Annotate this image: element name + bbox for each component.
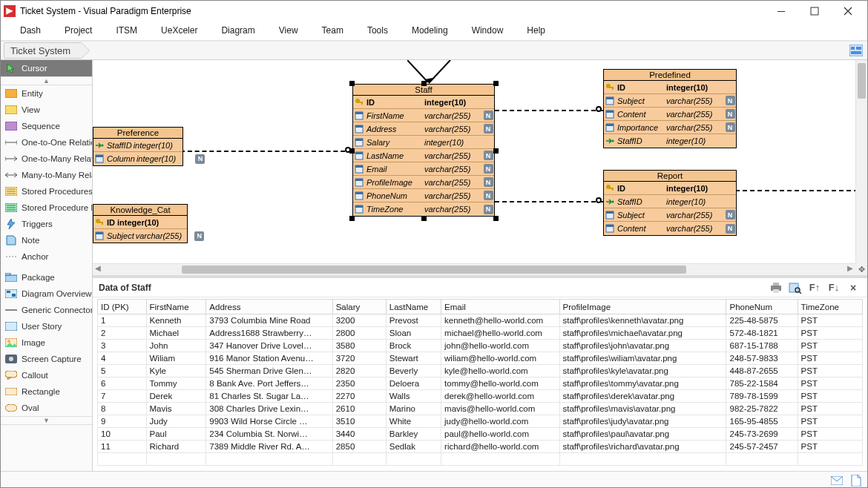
menu-uexceler[interactable]: UeXceler <box>149 22 209 39</box>
palette-image[interactable]: Image <box>1 334 92 351</box>
canvas-scrollbar-horizontal[interactable] <box>93 263 855 275</box>
menu-dash[interactable]: Dash <box>8 22 53 39</box>
menu-diagram[interactable]: Diagram <box>209 22 266 39</box>
menu-window[interactable]: Window <box>460 22 516 39</box>
diagram-canvas[interactable]: ✥ PreferenceStaffIDinteger(10)Columninte… <box>93 60 867 275</box>
palette-userstory[interactable]: User Story <box>1 318 92 334</box>
canvas-resize-grip[interactable]: ✥ <box>855 263 867 275</box>
col-addr[interactable]: Address <box>206 300 332 314</box>
entity-column[interactable]: IDinteger(10) <box>604 81 736 94</box>
entity-column[interactable]: Contentvarchar(255)N <box>604 222 736 235</box>
entity-column[interactable]: Salaryinteger(10) <box>353 136 494 149</box>
table-row[interactable]: 5Kyle545 Sherman Drive Glen…2820Beverlyk… <box>98 365 863 377</box>
entity-column[interactable]: StaffIDinteger(10) <box>604 134 736 148</box>
col-tz[interactable]: TimeZone <box>798 300 862 314</box>
menu-help[interactable]: Help <box>515 22 557 39</box>
entity-column[interactable]: Emailvarchar(255)N <box>353 162 494 176</box>
col-first[interactable]: FirstName <box>146 300 206 314</box>
table-row[interactable]: 6Tommy8 Bank Ave. Port Jeffers…2350Deloe… <box>98 377 863 390</box>
menu-team[interactable]: Team <box>310 22 355 39</box>
entity-report[interactable]: ReportIDinteger(10)StaffIDinteger(10)Sub… <box>603 170 737 236</box>
menu-modeling[interactable]: Modeling <box>400 22 460 39</box>
mail-icon[interactable] <box>830 474 844 487</box>
palette-package[interactable]: Package <box>1 269 92 286</box>
document-icon[interactable] <box>849 474 863 487</box>
entity-column[interactable]: PhoneNumvarchar(255)N <box>353 189 494 202</box>
search-data-icon[interactable] <box>787 280 803 295</box>
menu-project[interactable]: Project <box>53 22 104 39</box>
palette-capture[interactable]: Screen Capture <box>1 351 92 367</box>
table-row[interactable]: 10Paul234 Columbia St. Norwi…3440Barkley… <box>98 428 863 441</box>
table-row[interactable]: 4Wiliam916 Manor Station Avenu…3720Stewa… <box>98 352 863 365</box>
table-row-empty[interactable] <box>98 453 863 466</box>
close-button[interactable] <box>831 1 864 21</box>
palette-callout[interactable]: Callout <box>1 367 92 383</box>
palette-view[interactable]: View <box>1 102 92 118</box>
entity-column[interactable]: FirstNamevarchar(255)N <box>353 109 494 122</box>
col-last[interactable]: LastName <box>386 300 441 314</box>
palette-genconn[interactable]: Generic Connector <box>1 302 92 318</box>
minimize-button[interactable] <box>764 1 798 21</box>
palette-spr[interactable]: Stored Procedure Resultset <box>1 200 92 216</box>
entity-header[interactable]: Predefined <box>604 70 736 81</box>
layout-icon[interactable] <box>848 43 864 58</box>
table-row[interactable]: 11Richard7389 Middle River Rd. A…2850Sed… <box>98 441 863 453</box>
palette-oval[interactable]: Oval <box>1 400 92 416</box>
entity-preference[interactable]: PreferenceStaffIDinteger(10)Columnintege… <box>93 127 183 166</box>
entity-column[interactable]: LastNamevarchar(255)N <box>353 149 494 162</box>
menu-itsm[interactable]: ITSM <box>104 22 149 39</box>
col-id[interactable]: ID (PK) <box>98 300 147 314</box>
palette-relnn[interactable]: Many-to-Many Relationship <box>1 167 92 183</box>
entity-header[interactable]: Knowledge_Cat <box>93 205 187 216</box>
palette-note[interactable]: Note <box>1 232 92 248</box>
table-row[interactable]: 9Judy9903 Wild Horse Circle …3510Whiteju… <box>98 415 863 428</box>
entity-column[interactable]: ProfileImagevarchar(255)N <box>353 176 494 189</box>
maximize-button[interactable] <box>798 1 831 21</box>
entity-header[interactable]: Report <box>604 171 736 182</box>
entity-knowledge_cat[interactable]: Knowledge_CatIDinteger(10)Subjectvarchar… <box>93 204 188 243</box>
palette-rel1n[interactable]: One-to-Many Relationship <box>1 151 92 167</box>
table-row[interactable]: 7Derek81 Charles St. Sugar La…2270Wallsd… <box>98 390 863 403</box>
col-phone[interactable]: PhoneNum <box>726 300 798 314</box>
menu-view[interactable]: View <box>267 22 310 39</box>
entity-staff[interactable]: StaffIDinteger(10)FirstNamevarchar(255)N… <box>352 84 495 217</box>
entity-column[interactable]: IDinteger(10) <box>353 96 494 109</box>
data-grid[interactable]: ID (PK)FirstNameAddressSalaryLastNameEma… <box>93 297 867 471</box>
palette-sp[interactable]: Stored Procedures <box>1 183 92 200</box>
breadcrumb-item[interactable]: Ticket System <box>4 42 82 59</box>
sort-asc-button[interactable]: F↑ <box>806 280 823 295</box>
palette-trig[interactable]: Triggers <box>1 216 92 232</box>
table-row[interactable]: 3John347 Hanover Drive Lovel…3580Brockjo… <box>98 340 863 352</box>
entity-column[interactable]: IDinteger(10) <box>604 182 736 195</box>
menu-tools[interactable]: Tools <box>355 22 400 39</box>
entity-predefined[interactable]: PredefinedIDinteger(10)Subjectvarchar(25… <box>603 69 737 148</box>
entity-column[interactable]: Subjectvarchar(255)N <box>604 94 736 108</box>
palette-anchor[interactable]: Anchor <box>1 248 92 265</box>
entity-column[interactable]: IDinteger(10) <box>93 216 187 229</box>
entity-column[interactable]: StaffIDinteger(10) <box>93 139 183 152</box>
canvas-scrollbar-vertical[interactable] <box>855 60 867 263</box>
col-email[interactable]: Email <box>441 300 559 314</box>
palette-collapse-bottom[interactable]: ▼ <box>1 416 92 425</box>
entity-column[interactable]: TimeZonevarchar(255)N <box>353 202 494 216</box>
table-row[interactable]: 8Mavis308 Charles Drive Lexin…2610Marino… <box>98 403 863 415</box>
palette-rel11[interactable]: One-to-One Relationship <box>1 134 92 151</box>
sort-desc-button[interactable]: F↓ <box>826 280 842 295</box>
entity-column[interactable]: Addressvarchar(255)N <box>353 122 494 136</box>
col-img[interactable]: ProfileImage <box>559 300 726 314</box>
col-salary[interactable]: Salary <box>332 300 386 314</box>
close-panel-button[interactable]: × <box>845 280 861 295</box>
print-icon[interactable] <box>768 280 784 295</box>
palette-sequence[interactable]: Sequence <box>1 118 92 134</box>
table-row[interactable]: 2MichaelAddress1688 Strawberry…2800Sloan… <box>98 327 863 340</box>
entity-column[interactable]: Columninteger(10)N <box>93 152 183 165</box>
entity-header[interactable]: Preference <box>93 128 183 139</box>
entity-column[interactable]: Importancevarchar(255)N <box>604 121 736 134</box>
palette-rect[interactable]: Rectangle <box>1 383 92 400</box>
palette-cursor[interactable]: Cursor <box>1 60 92 76</box>
entity-column[interactable]: Subjectvarchar(255)N <box>93 229 187 243</box>
palette-collapse-top[interactable]: ▲ <box>1 76 92 85</box>
table-row[interactable]: 1Kenneth3793 Columbia Mine Road3200Prevo… <box>98 314 863 327</box>
entity-column[interactable]: Subjectvarchar(255)N <box>604 208 736 222</box>
palette-entity[interactable]: Entity <box>1 85 92 102</box>
